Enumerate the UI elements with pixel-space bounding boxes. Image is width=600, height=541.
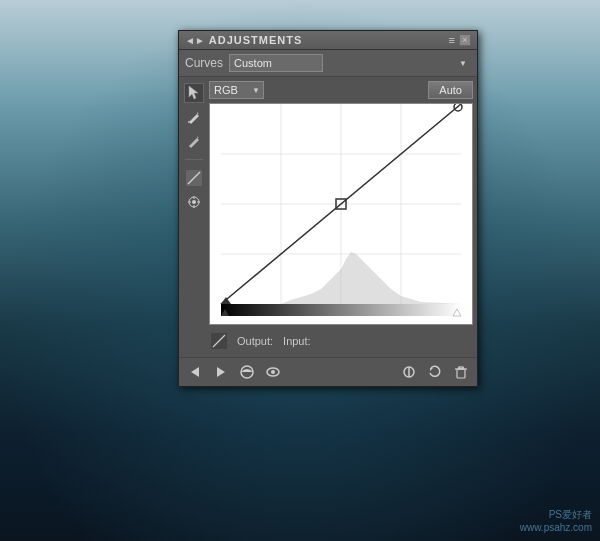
- bottom-toolbar-right: [399, 362, 471, 382]
- left-toolbar: [183, 81, 205, 353]
- input-label: Input:: [283, 335, 311, 347]
- watermark-line2: www.psahz.com: [520, 522, 592, 533]
- close-button[interactable]: ×: [459, 34, 471, 46]
- watermark: PS爱好者 www.psahz.com: [520, 508, 592, 533]
- auto-button[interactable]: Auto: [428, 81, 473, 99]
- watermark-line1: PS爱好者: [520, 508, 592, 522]
- svg-point-3: [192, 200, 196, 204]
- visibility-icon[interactable]: [263, 362, 283, 382]
- bottom-toolbar: [179, 357, 477, 386]
- curves-area: RGB Red Green Blue Auto: [209, 81, 473, 353]
- main-area: RGB Red Green Blue Auto: [179, 77, 477, 357]
- channel-wrapper: RGB Red Green Blue: [209, 81, 264, 99]
- svg-rect-32: [457, 369, 465, 378]
- svg-marker-25: [217, 367, 225, 377]
- pencil-tool[interactable]: [184, 107, 204, 127]
- back-icon[interactable]: [185, 362, 205, 382]
- channel-select[interactable]: RGB Red Green Blue: [209, 81, 264, 99]
- curves-svg: [210, 104, 472, 324]
- output-label: Output:: [237, 335, 273, 347]
- collapse-arrows-icon[interactable]: ◄►: [185, 35, 205, 46]
- preset-select[interactable]: Custom Default Strong Contrast Linear Co…: [229, 54, 323, 72]
- curve-preview-icon[interactable]: [184, 168, 204, 188]
- curves-top-bar: RGB Red Green Blue Auto: [209, 81, 473, 99]
- smooth-tool[interactable]: [184, 131, 204, 151]
- clip-icon[interactable]: [399, 362, 419, 382]
- svg-marker-31: [430, 368, 433, 371]
- output-input-row: Output: Input:: [209, 329, 473, 353]
- cursor-tool[interactable]: [184, 83, 204, 103]
- svg-rect-0: [188, 121, 190, 123]
- forward-icon[interactable]: [211, 362, 231, 382]
- delete-icon[interactable]: [451, 362, 471, 382]
- output-input-icon: [211, 333, 227, 349]
- panel-title: ADJUSTMENTS: [209, 34, 303, 46]
- bottom-toolbar-left: [185, 362, 283, 382]
- title-bar-left: ◄► ADJUSTMENTS: [185, 34, 302, 46]
- reset-icon[interactable]: [425, 362, 445, 382]
- panel-menu-icon[interactable]: ≡: [449, 34, 455, 46]
- adjustments-panel: ◄► ADJUSTMENTS ≡ × Curves Custom Default…: [178, 30, 478, 387]
- svg-rect-20: [221, 304, 461, 316]
- preset-row-label: Curves: [185, 56, 223, 70]
- title-bar: ◄► ADJUSTMENTS ≡ ×: [179, 31, 477, 50]
- curves-graph[interactable]: [209, 103, 473, 325]
- svg-point-28: [271, 370, 275, 374]
- target-icon[interactable]: [184, 192, 204, 212]
- toolbar-separator: [185, 159, 203, 160]
- svg-rect-36: [459, 367, 463, 369]
- preset-wrapper: Custom Default Strong Contrast Linear Co…: [229, 54, 471, 72]
- title-bar-right: ≡ ×: [449, 34, 471, 46]
- svg-marker-24: [191, 367, 199, 377]
- preset-row: Curves Custom Default Strong Contrast Li…: [179, 50, 477, 77]
- adjustment-type-icon[interactable]: [237, 362, 257, 382]
